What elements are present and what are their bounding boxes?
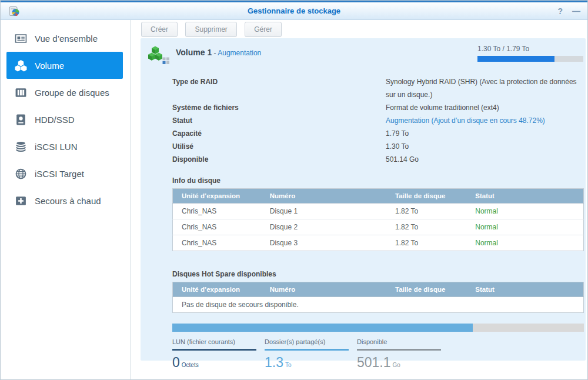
hot-spare-icon bbox=[15, 195, 27, 207]
column-header: Numéro bbox=[261, 282, 386, 297]
manage-button[interactable]: Gérer bbox=[245, 22, 282, 37]
sidebar-item-vue-densemble[interactable]: Vue d’ensemble bbox=[1, 25, 131, 52]
sidebar-item-label: iSCSI Target bbox=[35, 169, 84, 179]
column-header: Numéro bbox=[261, 189, 386, 204]
volume-title-separator: - bbox=[214, 49, 216, 57]
detail-label: Statut bbox=[172, 114, 386, 127]
detail-label: Capacité bbox=[172, 127, 386, 140]
cell-expansion-unit: Chris_NAS bbox=[173, 204, 261, 219]
table-row: Pas de disque de secours disponible. bbox=[173, 297, 584, 313]
column-header: Statut bbox=[466, 189, 583, 204]
cell-status: Normal bbox=[466, 235, 583, 251]
cell-expansion-unit: Chris_NAS bbox=[173, 219, 261, 235]
cell-number: Disque 3 bbox=[261, 235, 386, 251]
volume-usage-progress-fill bbox=[477, 56, 554, 62]
stat-value: 1.3 bbox=[265, 355, 283, 370]
disk-info-table: Unité d’expansion Numéro Taille de disqu… bbox=[172, 188, 584, 251]
disk-group-icon bbox=[15, 86, 27, 99]
capacity-usage-bar bbox=[172, 324, 584, 332]
sidebar-item-groupe-de-disques[interactable]: Groupe de disques bbox=[1, 79, 131, 106]
detail-label: Système de fichiers bbox=[172, 101, 386, 114]
cell-disk-size: 1.82 To bbox=[386, 204, 466, 219]
sidebar-item-secours-a-chaud[interactable]: Secours à chaud bbox=[1, 187, 131, 214]
detail-row: Disponible 501.14 Go bbox=[172, 153, 583, 166]
sidebar-item-volume[interactable]: Volume bbox=[6, 52, 123, 79]
sidebar-item-iscsi-lun[interactable]: iSCSI LUN bbox=[1, 133, 131, 160]
disk-info-title: Info du disque bbox=[172, 176, 583, 185]
column-header: Taille de disque bbox=[386, 282, 466, 297]
sidebar-item-iscsi-target[interactable]: iSCSI Target bbox=[1, 160, 131, 187]
detail-label: Utilisé bbox=[172, 140, 386, 153]
cell-status: Normal bbox=[466, 204, 583, 219]
detail-row: Type de RAID Synology Hybrid RAID (SHR) … bbox=[172, 75, 583, 101]
detail-value: 1.30 To bbox=[386, 140, 583, 153]
hdd-icon bbox=[15, 114, 27, 126]
minimize-icon[interactable]: — bbox=[572, 7, 580, 15]
table-row: Chris_NAS Disque 3 1.82 To Normal bbox=[173, 235, 584, 251]
stat-label: Disponible bbox=[357, 338, 441, 349]
hot-spare-title: Disques Hot Spare disponibles bbox=[172, 270, 583, 278]
detail-row: Statut Augmentation (Ajout d’un disque e… bbox=[172, 114, 583, 127]
sidebar-item-label: iSCSI LUN bbox=[35, 142, 78, 152]
detail-value: Synology Hybrid RAID (SHR) (Avec la prot… bbox=[386, 75, 583, 101]
sidebar-item-hdd-ssd[interactable]: HDD/SSD bbox=[1, 106, 131, 133]
hot-spare-table: Unité d’expansion Numéro Taille de disqu… bbox=[172, 282, 584, 313]
detail-label: Disponible bbox=[172, 153, 386, 166]
titlebar: Gestionnaire de stockage ? — bbox=[1, 1, 587, 20]
volume-details: Type de RAID Synology Hybrid RAID (SHR) … bbox=[172, 75, 583, 166]
stat-rule bbox=[265, 349, 349, 351]
detail-value: 1.79 To bbox=[386, 127, 583, 140]
capacity-usage-bar-fill bbox=[172, 324, 473, 332]
cell-expansion-unit: Chris_NAS bbox=[173, 235, 261, 251]
augmentation-link[interactable]: Augmentation bbox=[218, 49, 261, 57]
column-header: Unité d’expansion bbox=[173, 189, 261, 204]
table-row: Chris_NAS Disque 1 1.82 To Normal bbox=[173, 204, 584, 219]
sidebar-item-label: Vue d’ensemble bbox=[35, 34, 98, 44]
stat-value: 501.1 bbox=[357, 355, 391, 370]
stat-unit: Go bbox=[393, 362, 400, 368]
sidebar-item-label: HDD/SSD bbox=[35, 115, 75, 125]
volume-title: Volume 1 bbox=[176, 48, 212, 57]
stat-available: Disponible 501.1Go bbox=[357, 338, 441, 371]
detail-label: Type de RAID bbox=[172, 75, 386, 101]
main-content: Créer Supprimer Gérer bbox=[132, 20, 587, 379]
sidebar: Vue d’ensemble Volume Groupe de disques bbox=[1, 20, 131, 379]
detail-row: Utilisé 1.30 To bbox=[172, 140, 583, 153]
volume-cubes-icon bbox=[148, 45, 170, 67]
detail-value: Format de volume traditionnel (ext4) bbox=[386, 101, 583, 114]
overview-icon bbox=[15, 32, 27, 45]
cell-disk-size: 1.82 To bbox=[386, 219, 466, 235]
volume-icon bbox=[15, 59, 27, 72]
iscsi-target-icon bbox=[15, 168, 27, 180]
toolbar: Créer Supprimer Gérer bbox=[132, 20, 587, 38]
cell-number: Disque 1 bbox=[261, 204, 386, 219]
column-header: Unité d’expansion bbox=[173, 282, 261, 297]
cell-number: Disque 2 bbox=[261, 219, 386, 235]
usage-stats: LUN (fichier courants) 0Octets Dossier(s… bbox=[172, 338, 583, 371]
detail-row: Système de fichiers Format de volume tra… bbox=[172, 101, 583, 114]
stat-value: 0 bbox=[172, 355, 180, 370]
window-title: Gestionnaire de stockage bbox=[1, 6, 587, 15]
sidebar-item-label: Groupe de disques bbox=[35, 88, 109, 98]
iscsi-lun-icon bbox=[15, 141, 27, 153]
detail-value-status: Augmentation (Ajout d’un disque en cours… bbox=[386, 114, 583, 127]
cell-status: Normal bbox=[466, 219, 583, 235]
help-icon[interactable]: ? bbox=[557, 7, 563, 15]
sidebar-item-label: Volume bbox=[35, 61, 64, 71]
storage-manager-window: Gestionnaire de stockage ? — Vue d’ensem… bbox=[0, 0, 588, 380]
create-button[interactable]: Créer bbox=[141, 22, 178, 37]
empty-message: Pas de disque de secours disponible. bbox=[173, 297, 584, 313]
stat-label: LUN (fichier courants) bbox=[172, 338, 256, 349]
sidebar-item-label: Secours à chaud bbox=[35, 196, 101, 206]
detail-row: Capacité 1.79 To bbox=[172, 127, 583, 140]
stat-lun: LUN (fichier courants) 0Octets bbox=[172, 338, 256, 371]
stat-unit: Octets bbox=[182, 362, 199, 368]
column-header: Statut bbox=[466, 282, 583, 297]
stat-label: Dossier(s) partagé(s) bbox=[265, 338, 349, 349]
volume-panel: Volume 1 - Augmentation 1.30 To / 1.79 T… bbox=[141, 38, 586, 361]
stat-rule bbox=[357, 349, 441, 351]
table-row: Chris_NAS Disque 2 1.82 To Normal bbox=[173, 219, 584, 235]
delete-button[interactable]: Supprimer bbox=[185, 22, 236, 37]
detail-value: 501.14 Go bbox=[386, 153, 583, 166]
cell-disk-size: 1.82 To bbox=[386, 235, 466, 251]
